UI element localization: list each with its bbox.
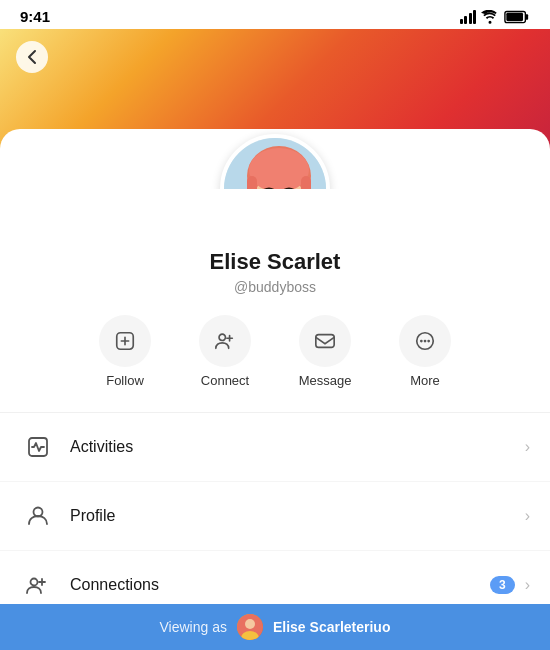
- message-button[interactable]: Message: [290, 315, 360, 388]
- activities-chevron: ›: [525, 438, 530, 456]
- connections-icon: [20, 567, 56, 603]
- menu-item-profile[interactable]: Profile ›: [0, 482, 550, 551]
- avatar-illustration: [224, 138, 330, 189]
- activities-label: Activities: [70, 438, 525, 456]
- svg-point-20: [219, 334, 225, 340]
- profile-chevron: ›: [525, 507, 530, 525]
- status-time: 9:41: [20, 8, 50, 25]
- viewing-avatar-image: [237, 614, 263, 640]
- svg-rect-2: [506, 12, 523, 20]
- signal-icon: [460, 10, 477, 24]
- svg-rect-7: [247, 176, 257, 189]
- viewing-name: Elise Scarleteriuo: [273, 619, 391, 635]
- action-buttons-row: Follow Connect: [20, 315, 530, 388]
- profile-label: Profile: [70, 507, 525, 525]
- status-bar: 9:41: [0, 0, 550, 29]
- more-icon-wrapper: [399, 315, 451, 367]
- activities-icon: [20, 429, 56, 465]
- profile-name: Elise Scarlet: [20, 249, 530, 275]
- svg-rect-8: [301, 176, 311, 189]
- status-icons: [460, 10, 531, 24]
- svg-point-24: [424, 340, 427, 343]
- wifi-icon: [481, 10, 499, 24]
- follow-button[interactable]: Follow: [90, 315, 160, 388]
- connect-button[interactable]: Connect: [190, 315, 260, 388]
- svg-point-34: [245, 619, 255, 629]
- profile-icon: [20, 498, 56, 534]
- more-button[interactable]: More: [390, 315, 460, 388]
- connect-label: Connect: [201, 373, 249, 388]
- svg-point-28: [31, 579, 38, 586]
- connect-icon-wrapper: [199, 315, 251, 367]
- battery-icon: [504, 10, 530, 24]
- connect-icon: [214, 330, 236, 352]
- svg-rect-21: [316, 335, 334, 348]
- connections-label: Connections: [70, 576, 490, 594]
- phone-screen: 9:41: [0, 0, 550, 650]
- more-label: More: [410, 373, 440, 388]
- viewing-as-text: Viewing as: [160, 619, 227, 635]
- connections-chevron: ›: [525, 576, 530, 594]
- menu-item-activities[interactable]: Activities ›: [0, 413, 550, 482]
- back-icon: [27, 49, 37, 65]
- svg-point-23: [420, 340, 423, 343]
- svg-point-25: [427, 340, 430, 343]
- follow-icon: [114, 330, 136, 352]
- connections-badge: 3: [490, 576, 515, 594]
- message-icon-wrapper: [299, 315, 351, 367]
- follow-label: Follow: [106, 373, 144, 388]
- svg-rect-1: [525, 14, 528, 20]
- bottom-viewing-bar: Viewing as Elise Scarleteriuo: [0, 604, 550, 650]
- hero-banner: [0, 29, 550, 189]
- avatar-container: [220, 134, 330, 189]
- back-button[interactable]: [16, 41, 48, 73]
- profile-content: Elise Scarlet @buddyboss Follow: [0, 249, 550, 388]
- profile-username: @buddyboss: [20, 279, 530, 295]
- message-label: Message: [299, 373, 352, 388]
- more-icon: [414, 330, 436, 352]
- follow-icon-wrapper: [99, 315, 151, 367]
- message-icon: [314, 330, 336, 352]
- viewing-avatar: [237, 614, 263, 640]
- avatar: [220, 134, 330, 189]
